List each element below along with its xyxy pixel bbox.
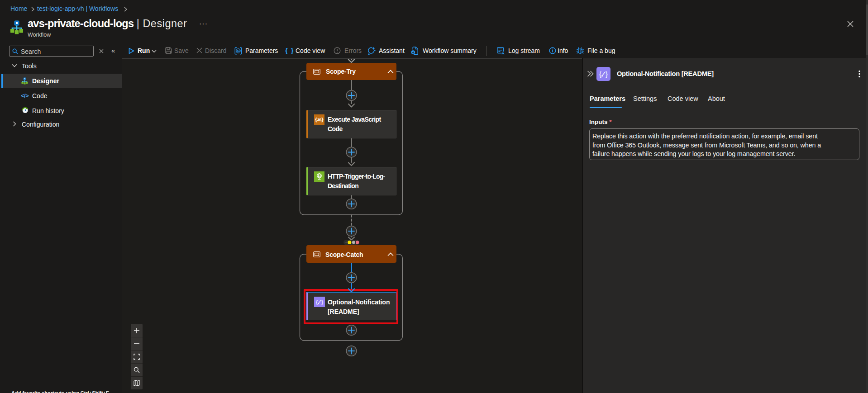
svg-text:}: } <box>606 71 608 78</box>
svg-text:{: { <box>599 71 601 78</box>
svg-text:}: } <box>321 299 323 305</box>
svg-text:{: { <box>316 299 318 305</box>
svg-text:{JS}: {JS} <box>315 117 324 122</box>
